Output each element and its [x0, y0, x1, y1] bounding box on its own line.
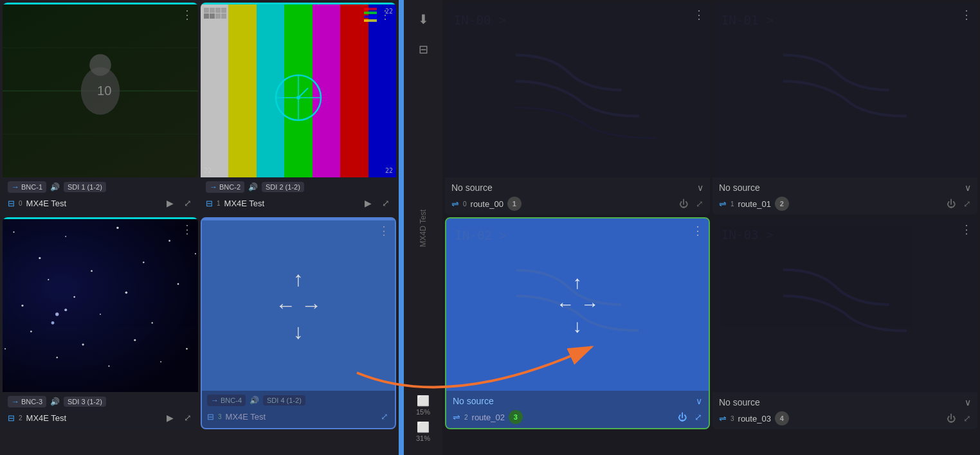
chevron-down-icon-1: ∨ — [965, 183, 971, 193]
dest-footer-0: No source ∨ ⇌ 0 route_00 1 ⏻ ⤢ — [445, 177, 710, 215]
dest-power-btn-3[interactable]: ⏻ — [947, 413, 956, 424]
svg-point-35 — [108, 366, 109, 367]
route-name-2: route_02 — [472, 413, 505, 422]
memory-icon: ⬜ — [417, 421, 430, 433]
dest-thumbnail-2: IN-02 > ↑ ← → ↓ — [446, 219, 709, 391]
dest-thumbnail-1: IN-01 > — [712, 3, 977, 177]
dest-expand-btn-2[interactable]: ⤢ — [694, 412, 702, 422]
source-select-2[interactable]: No source ∨ — [453, 395, 702, 407]
dest-expand-btn-1[interactable]: ⤢ — [963, 199, 971, 209]
audio-badge-0[interactable]: SDI 1 (1-2) — [64, 182, 106, 192]
source-card-1: ⋮ — [201, 3, 396, 215]
dest-card-1: ⋮ IN-01 > No source ∨ ⇌ 1 route_01 2 — [712, 3, 977, 215]
dest-more-btn-2[interactable]: ⋮ — [692, 224, 703, 238]
card-title-3: ⊟ 3 MX4E Test — [207, 412, 266, 422]
chevron-down-icon-3: ∨ — [965, 397, 971, 407]
center-divider — [399, 0, 404, 455]
route-icon-1: ⇌ — [719, 199, 727, 209]
svg-point-33 — [57, 357, 58, 358]
toolbar-download-btn[interactable]: ⬇ — [413, 6, 434, 32]
svg-point-19 — [168, 240, 170, 242]
card-footer-2: → BNC-3 🔊 SDI 3 (1-2) ⊟ 2 MX4E Test ▶ ⤢ — [3, 392, 198, 429]
chevron-down-icon-2: ∨ — [696, 396, 702, 406]
more-menu-button-3[interactable]: ⋮ — [378, 224, 390, 238]
card-footer-0: → BNC-1 🔊 SDI 1 (1-2) ⊟ 0 MX4E Test ▶ ⤢ — [3, 177, 198, 215]
svg-point-40 — [64, 308, 67, 311]
dest-footer-3: No source ∨ ⇌ 3 route_03 4 ⏻ ⤢ — [712, 392, 977, 429]
expand-button-1[interactable]: ⤢ — [381, 197, 391, 210]
thumbnail-2 — [3, 219, 198, 392]
audio-badge-3[interactable]: SDI 4 (1-2) — [263, 395, 305, 406]
source-card-0: ⋮ — [3, 3, 198, 215]
more-menu-button-0[interactable]: ⋮ — [181, 8, 193, 22]
cpu-icon: ⬜ — [417, 395, 430, 407]
chevron-down-icon-0: ∨ — [697, 183, 703, 193]
svg-point-36 — [134, 339, 136, 341]
toolbar-layers-btn[interactable]: ⊟ — [413, 37, 433, 62]
card-title-2: ⊟ 2 MX4E Test — [8, 413, 66, 423]
dest-card-0: ⋮ IN-00 > No source ∨ ⇌ 0 route_00 1 — [445, 3, 710, 215]
dest-thumbnail-3: IN-03 > — [712, 217, 977, 392]
right-panel: ⋮ IN-00 > No source ∨ ⇌ 0 route_00 1 — [442, 0, 980, 455]
expand-button-2[interactable]: ⤢ — [183, 411, 193, 424]
source-select-3[interactable]: No source ∨ — [719, 396, 971, 409]
dest-expand-btn-3[interactable]: ⤢ — [963, 413, 971, 424]
expand-button-0[interactable]: ⤢ — [183, 197, 193, 210]
more-menu-button-1[interactable]: ⋮ — [379, 8, 391, 22]
memory-value: 31% — [416, 434, 430, 442]
svg-point-38 — [186, 348, 188, 350]
source-card-2: ⋮ — [3, 217, 198, 429]
dest-more-btn-3[interactable]: ⋮ — [961, 222, 972, 236]
card-title-0: ⊟ 0 MX4E Test — [8, 199, 66, 208]
source-card-3: ⋮ ↑ ← → ↓ → BNC-4 🔊 — [201, 217, 396, 429]
dest-power-btn-2[interactable]: ⏻ — [678, 412, 687, 422]
play-button-0[interactable]: ▶ — [165, 197, 175, 210]
svg-point-31 — [5, 348, 6, 350]
dest-more-btn-0[interactable]: ⋮ — [693, 8, 705, 22]
card-footer-1: → BNC-2 🔊 SDI 2 (1-2) ⊟ 1 MX4E Test ▶ ⤢ — [201, 177, 396, 215]
dest-more-btn-1[interactable]: ⋮ — [961, 8, 972, 22]
route-badge-3: 4 — [775, 411, 789, 425]
route-icon-3: ⇌ — [719, 413, 727, 424]
connector-badge-1[interactable]: → BNC-2 — [206, 181, 244, 193]
svg-text:IN-01 >: IN-01 > — [721, 13, 774, 28]
connector-badge-2[interactable]: → BNC-3 — [8, 396, 46, 407]
svg-point-23 — [21, 305, 23, 307]
dest-footer-2: No source ∨ ⇌ 2 route_02 3 ⏻ ⤢ — [446, 391, 709, 428]
dest-expand-btn-0[interactable]: ⤢ — [696, 199, 703, 209]
dest-power-btn-1[interactable]: ⏻ — [947, 199, 956, 209]
memory-stat: ⬜ 31% — [416, 421, 430, 442]
card-footer-3: → BNC-4 🔊 SDI 4 (1-2) ⊟ 3 MX4E Test ⤢ — [202, 391, 395, 428]
toolbar-label: MX4D Test — [419, 210, 428, 247]
audio-badge-2[interactable]: SDI 3 (1-2) — [64, 397, 106, 407]
dest-card-2: ⋮ IN-02 > ↑ ← → ↓ No source ∨ — [445, 217, 710, 429]
route-badge-1: 2 — [775, 197, 789, 211]
middle-toolbar: ⬇ ⊟ MX4D Test ⬜ 15% ⬜ 31% — [404, 0, 442, 455]
cpu-stat: ⬜ 15% — [416, 395, 430, 416]
dest-card-3: ⋮ IN-03 > No source ∨ ⇌ 3 route_03 4 — [712, 217, 977, 429]
svg-point-5 — [89, 54, 111, 76]
play-button-1[interactable]: ▶ — [363, 197, 373, 210]
svg-point-41 — [51, 321, 55, 325]
more-menu-button-2[interactable]: ⋮ — [181, 222, 193, 236]
dest-footer-1: No source ∨ ⇌ 1 route_01 2 ⏻ ⤢ — [712, 177, 977, 215]
dest-power-btn-0[interactable]: ⏻ — [679, 199, 688, 209]
source-select-0[interactable]: No source ∨ — [451, 181, 703, 194]
svg-point-15 — [65, 236, 66, 237]
expand-button-3[interactable]: ⤢ — [379, 410, 390, 423]
connector-badge-3[interactable]: → BNC-4 — [207, 395, 246, 406]
route-badge-0: 1 — [507, 197, 522, 211]
svg-point-39 — [55, 312, 59, 316]
svg-point-28 — [151, 322, 152, 323]
svg-point-16 — [91, 270, 93, 272]
svg-point-37 — [160, 361, 161, 362]
dest-thumbnail-0: IN-00 > — [445, 3, 710, 177]
play-button-2[interactable]: ▶ — [165, 411, 175, 424]
route-name-3: route_03 — [738, 414, 771, 424]
route-name-1: route_01 — [738, 199, 771, 209]
svg-point-34 — [82, 343, 84, 345]
connector-badge-0[interactable]: → BNC-1 — [8, 181, 46, 193]
source-select-1[interactable]: No source ∨ — [719, 181, 971, 194]
audio-badge-1[interactable]: SDI 2 (1-2) — [262, 182, 304, 192]
svg-point-26 — [100, 314, 101, 315]
